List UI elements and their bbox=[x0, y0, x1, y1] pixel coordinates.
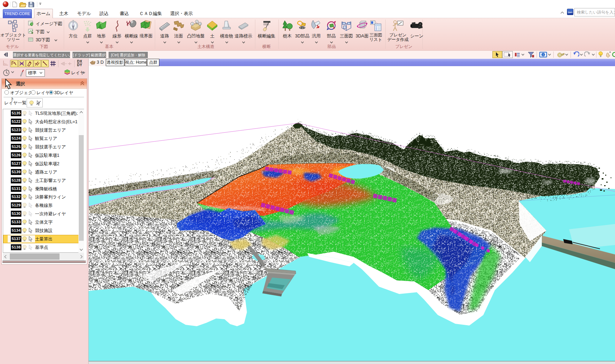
svg-text:2: 2 bbox=[196, 21, 198, 23]
svg-text:1: 1 bbox=[192, 23, 193, 25]
svg-text:3: 3 bbox=[199, 23, 201, 25]
